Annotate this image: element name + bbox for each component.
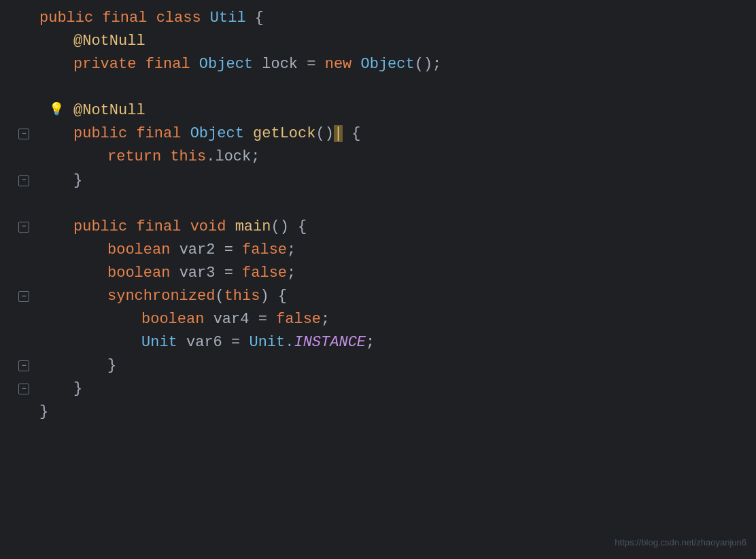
code-line: −} [14,377,756,401]
gutter-icon: − [14,384,34,394]
token: synchronized [107,288,215,305]
token: this [170,148,206,165]
code-content: boolean var2 = false; [34,239,756,262]
token: { [246,10,264,27]
token: = [224,265,242,282]
token: lock [262,56,298,73]
token: (); [415,56,442,73]
token: () { [271,218,307,235]
token: ; [366,334,375,351]
code-content: @NotNull [34,30,756,53]
token: return [107,148,170,165]
gutter-icon: − [14,175,34,186]
token: var4 [213,311,258,328]
code-content: } [34,377,756,401]
token: ) { [260,288,287,305]
code-line: public final class Util { [14,7,756,30]
token: main [235,218,271,235]
code-line: −public final void main() { [14,216,756,239]
code-content: 💡@NotNull [34,99,756,122]
token: new [325,56,361,73]
code-content: synchronized(this) { [34,285,756,308]
token: = [224,241,242,258]
token: final [136,125,190,142]
fold-icon[interactable]: − [18,360,29,371]
token: = [231,334,249,351]
code-content: } [34,169,756,192]
token: false [276,311,321,328]
token: final [136,218,190,235]
token: public [73,125,136,142]
token: } [39,403,48,420]
code-content: public final class Util { [34,7,756,30]
token: final [145,56,199,73]
code-line: −} [14,169,756,192]
code-content: boolean var4 = false; [34,308,756,331]
token: public [73,218,136,235]
token: ( [215,288,224,305]
fold-icon[interactable]: − [18,222,29,233]
token: Unit. [249,334,294,351]
fold-icon[interactable]: − [18,384,29,394]
token: INSTANCE [294,334,366,351]
token: = [298,56,325,73]
token: Object [199,56,262,73]
fold-icon[interactable]: − [18,129,29,139]
bulb-icon[interactable]: 💡 [49,101,64,120]
token: ; [287,265,296,282]
token: false [242,265,287,282]
token: getLock [253,125,315,142]
code-line: −public final Object getLock()| { [14,122,756,146]
code-content: return this.lock; [34,146,756,169]
token: Object [190,125,253,142]
token: boolean [141,311,213,328]
fold-icon[interactable]: − [18,291,29,302]
token: { [343,125,360,142]
code-line: −} [14,354,756,377]
token: this [224,288,260,305]
token: Unit [141,334,186,351]
token: private [73,56,145,73]
code-line: boolean var2 = false; [14,239,756,262]
token: void [190,218,235,235]
gutter-icon: − [14,291,34,302]
token: boolean [107,241,179,258]
token: } [107,357,116,374]
gutter-icon: − [14,222,34,233]
gutter-icon: − [14,360,34,371]
token: () [315,125,333,142]
token: final [102,10,156,27]
code-line: return this.lock; [14,146,756,169]
code-line: @NotNull [14,30,756,53]
token: } [73,172,82,189]
token: var6 [186,334,231,351]
code-content: public final Object getLock()| { [34,122,756,146]
token: @NotNull [73,102,145,119]
code-content: public final void main() { [34,216,756,239]
code-line: −synchronized(this) { [14,285,756,308]
token: public [39,10,102,27]
code-line: } [14,401,756,424]
token: class [156,10,210,27]
token: = [258,311,276,328]
code-editor: public final class Util {@NotNullprivate… [0,0,756,431]
code-line: Unit var6 = Unit.INSTANCE; [14,331,756,354]
token: ; [321,311,330,328]
token: .lock; [206,148,260,165]
code-line: 💡@NotNull [14,99,756,122]
fold-icon[interactable]: − [18,175,29,186]
code-content: Unit var6 = Unit.INSTANCE; [34,331,756,354]
code-content: private final Object lock = new Object()… [34,53,756,76]
code-line: boolean var3 = false; [14,262,756,285]
code-content: } [34,354,756,377]
token: var2 [179,241,224,258]
token: boolean [107,265,179,282]
gutter-icon: − [14,129,34,139]
token: } [73,380,82,397]
code-line: private final Object lock = new Object()… [14,53,756,76]
token: false [242,241,287,258]
watermark: https://blog.csdn.net/zhaoyanjun6 [615,536,746,549]
token: | [334,125,343,142]
code-content: } [34,401,756,424]
token: Object [361,56,415,73]
